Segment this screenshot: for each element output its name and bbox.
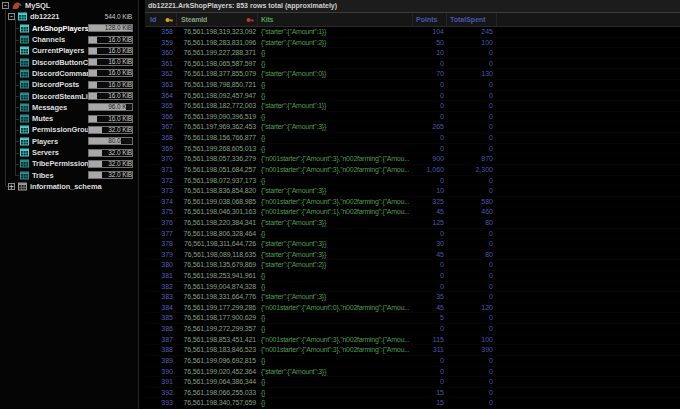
cell-id[interactable]: 358 (145, 27, 177, 37)
cell-kits[interactable]: {"starter":{"Amount":3}} (258, 186, 413, 196)
cell-points[interactable]: 45 (413, 207, 447, 217)
cell-kits[interactable]: {"starter":{"Amount":1}} (258, 101, 413, 111)
cell-steamid[interactable]: 76,561,199,177,299,286 (177, 303, 258, 313)
table-row[interactable]: 385 76,561,198,177,900,629 {} 5 0 (145, 313, 680, 324)
table-row[interactable]: 366 76,561,199,090,396,519 {} 0 0 (145, 112, 680, 123)
cell-kits[interactable]: {"starter":{"Amount":1}} (258, 27, 413, 37)
cell-id[interactable]: 391 (145, 377, 177, 387)
cell-points[interactable]: 0 (413, 282, 447, 292)
sidebar-table-item[interactable]: ArkShopPlayers 128.0 KiB (0, 23, 138, 34)
cell-totalspent[interactable]: 0 (447, 133, 497, 143)
cell-steamid[interactable]: 76,561,198,065,587,597 (177, 59, 258, 69)
cell-kits[interactable]: {} (258, 356, 413, 366)
sidebar-table-item[interactable]: Mutes 16.0 KiB (0, 113, 138, 124)
cell-totalspent[interactable]: 580 (447, 197, 497, 207)
table-row[interactable]: 387 76,561,198,853,451,421 {"n001starter… (145, 335, 680, 346)
table-row[interactable]: 388 76,561,198,183,846,523 {"n001starter… (145, 345, 680, 356)
cell-points[interactable]: 104 (413, 27, 447, 37)
cell-id[interactable]: 390 (145, 367, 177, 377)
cell-steamid[interactable]: 76,561,198,177,900,629 (177, 313, 258, 323)
cell-totalspent[interactable]: 0 (447, 112, 497, 122)
cell-totalspent[interactable]: 0 (447, 356, 497, 366)
cell-steamid[interactable]: 76,561,198,183,846,523 (177, 345, 258, 355)
table-row[interactable]: 359 76,561,198,283,831,096 {"starter":{"… (145, 38, 680, 49)
cell-totalspent[interactable]: 0 (447, 229, 497, 239)
sidebar-table-item[interactable]: PermissionGroups 32.0 KiB (0, 124, 138, 135)
cell-kits[interactable]: {} (258, 80, 413, 90)
cell-kits[interactable]: {} (258, 112, 413, 122)
cell-points[interactable]: 45 (413, 303, 447, 313)
cell-points[interactable]: 0 (413, 271, 447, 281)
cell-points[interactable]: 0 (413, 356, 447, 366)
sidebar-table-item[interactable]: Channels 16.0 KiB (0, 34, 138, 45)
cell-id[interactable]: 374 (145, 197, 177, 207)
cell-steamid[interactable]: 76,561,198,806,328,464 (177, 229, 258, 239)
cell-id[interactable]: 359 (145, 38, 177, 48)
cell-id[interactable]: 377 (145, 229, 177, 239)
cell-totalspent[interactable]: 0 (447, 377, 497, 387)
cell-totalspent[interactable]: 0 (447, 122, 497, 132)
cell-points[interactable]: 0 (413, 260, 447, 270)
tree-item-mysql-root[interactable]: - MySQL (0, 0, 138, 11)
cell-kits[interactable]: {"n001starter":{"Amount":1},"n002farming… (258, 207, 413, 217)
cell-steamid[interactable]: 76,561,199,227,288,371 (177, 48, 258, 58)
cell-steamid[interactable]: 76,561,198,089,118,635 (177, 250, 258, 260)
cell-kits[interactable]: {} (258, 388, 413, 398)
cell-steamid[interactable]: 76,561,198,182,772,003 (177, 101, 258, 111)
cell-totalspent[interactable]: 390 (447, 345, 497, 355)
cell-steamid[interactable]: 76,561,198,377,855,079 (177, 69, 258, 79)
cell-points[interactable]: 311 (413, 345, 447, 355)
cell-points[interactable]: 0 (413, 59, 447, 69)
cell-steamid[interactable]: 76,561,198,135,679,869 (177, 260, 258, 270)
cell-id[interactable]: 385 (145, 313, 177, 323)
cell-kits[interactable]: {} (258, 282, 413, 292)
cell-id[interactable]: 362 (145, 69, 177, 79)
column-header-points[interactable]: Points (413, 13, 447, 26)
tree-item-information-schema[interactable]: + information_schema (0, 181, 138, 192)
cell-kits[interactable]: {"n001starter":{"Amount":0},"n002farming… (258, 303, 413, 313)
cell-points[interactable]: 0 (413, 80, 447, 90)
cell-points[interactable]: 10 (413, 186, 447, 196)
cell-totalspent[interactable]: 0 (447, 239, 497, 249)
cell-id[interactable]: 365 (145, 101, 177, 111)
cell-steamid[interactable]: 76,561,199,096,692,815 (177, 356, 258, 366)
table-row[interactable]: 372 76,561,198,072,937,173 {} 0 0 (145, 176, 680, 187)
cell-totalspent[interactable]: 80 (447, 250, 497, 260)
cell-id[interactable]: 369 (145, 144, 177, 154)
cell-points[interactable]: 0 (413, 144, 447, 154)
cell-kits[interactable]: {} (258, 176, 413, 186)
cell-kits[interactable]: {"starter":{"Amount":3}} (258, 250, 413, 260)
cell-id[interactable]: 373 (145, 186, 177, 196)
cell-steamid[interactable]: 76,561,198,253,941,961 (177, 271, 258, 281)
cell-totalspent[interactable]: 100 (447, 38, 497, 48)
cell-steamid[interactable]: 76,561,199,064,386,344 (177, 377, 258, 387)
cell-totalspent[interactable]: 870 (447, 154, 497, 164)
cell-points[interactable]: 0 (413, 367, 447, 377)
cell-steamid[interactable]: 76,561,198,853,451,421 (177, 335, 258, 345)
cell-points[interactable]: 0 (413, 324, 447, 334)
cell-steamid[interactable]: 76,561,198,283,831,096 (177, 38, 258, 48)
cell-kits[interactable]: {"starter":{"Amount":2}} (258, 38, 413, 48)
table-row[interactable]: 364 76,561,198,092,457,947 {} 0 0 (145, 91, 680, 102)
cell-points[interactable]: 115 (413, 335, 447, 345)
table-row[interactable]: 379 76,561,198,089,118,635 {"starter":{"… (145, 250, 680, 261)
table-row[interactable]: 369 76,561,199,268,605,013 {} 0 0 (145, 144, 680, 155)
cell-points[interactable]: 0 (413, 229, 447, 239)
cell-steamid[interactable]: 76,561,198,311,644,726 (177, 239, 258, 249)
cell-id[interactable]: 383 (145, 292, 177, 302)
cell-totalspent[interactable]: 0 (447, 388, 497, 398)
cell-kits[interactable]: {} (258, 133, 413, 143)
cell-points[interactable]: 0 (413, 112, 447, 122)
cell-kits[interactable]: {"starter":{"Amount":3}} (258, 239, 413, 249)
cell-id[interactable]: 384 (145, 303, 177, 313)
cell-totalspent[interactable]: 0 (447, 59, 497, 69)
cell-kits[interactable]: {} (258, 144, 413, 154)
cell-points[interactable]: 265 (413, 122, 447, 132)
sidebar-table-item[interactable]: Players 80.0 KiB (0, 136, 138, 147)
sidebar-table-item[interactable]: DiscordButtonCooldo... 16.0 KiB (0, 56, 138, 67)
cell-points[interactable]: 35 (413, 292, 447, 302)
cell-kits[interactable]: {} (258, 313, 413, 323)
table-row[interactable]: 370 76,561,198,057,336,279 {"n001starter… (145, 154, 680, 165)
cell-id[interactable]: 389 (145, 356, 177, 366)
table-row[interactable]: 376 76,561,198,220,384,341 {"starter":{"… (145, 218, 680, 229)
